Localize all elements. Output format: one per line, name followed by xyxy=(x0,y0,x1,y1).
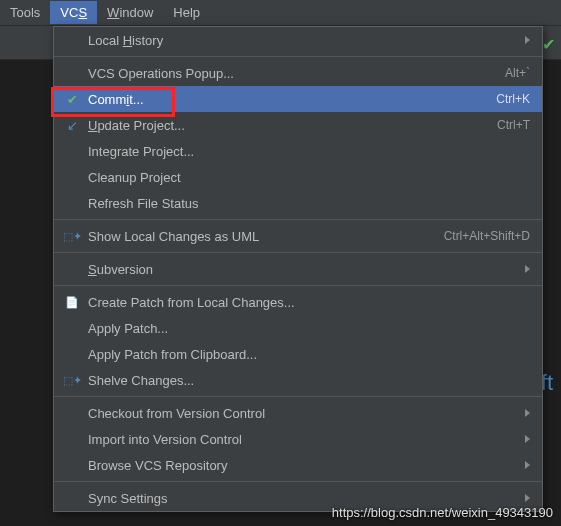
separator xyxy=(54,252,542,253)
menu-checkout-vc[interactable]: Checkout from Version Control xyxy=(54,400,542,426)
separator xyxy=(54,219,542,220)
item-label: Import into Version Control xyxy=(88,432,517,447)
separator xyxy=(54,56,542,57)
menu-integrate-project[interactable]: Integrate Project... xyxy=(54,138,542,164)
commit-icon: ✔ xyxy=(62,91,82,107)
blank-icon xyxy=(62,457,82,473)
menu-cleanup-project[interactable]: Cleanup Project xyxy=(54,164,542,190)
submenu-arrow-icon xyxy=(525,36,530,44)
item-label: Checkout from Version Control xyxy=(88,406,517,421)
separator xyxy=(54,396,542,397)
menu-label: Tools xyxy=(10,5,40,20)
shortcut-label: Ctrl+Alt+Shift+D xyxy=(444,229,530,243)
item-label: Show Local Changes as UML xyxy=(88,229,444,244)
blank-icon xyxy=(62,490,82,506)
menu-subversion[interactable]: Subversion xyxy=(54,256,542,282)
item-label: VCS Operations Popup... xyxy=(88,66,505,81)
menu-import-vc[interactable]: Import into Version Control xyxy=(54,426,542,452)
menu-commit[interactable]: ✔ Commit... Ctrl+K xyxy=(54,86,542,112)
submenu-arrow-icon xyxy=(525,409,530,417)
blank-icon xyxy=(62,169,82,185)
item-label: Apply Patch from Clipboard... xyxy=(88,347,530,362)
shelve-icon: ⬚✦ xyxy=(62,372,82,388)
menu-browse-vcs-repo[interactable]: Browse VCS Repository xyxy=(54,452,542,478)
item-label: Sync Settings xyxy=(88,491,517,506)
shortcut-label: Ctrl+T xyxy=(497,118,530,132)
menu-apply-patch-clipboard[interactable]: Apply Patch from Clipboard... xyxy=(54,341,542,367)
item-label: Browse VCS Repository xyxy=(88,458,517,473)
blank-icon xyxy=(62,405,82,421)
blank-icon xyxy=(62,346,82,362)
menu-refresh-file-status[interactable]: Refresh File Status xyxy=(54,190,542,216)
menu-label: Window xyxy=(107,5,153,20)
menu-label: VCS xyxy=(60,5,87,20)
blank-icon xyxy=(62,143,82,159)
blank-icon xyxy=(62,431,82,447)
submenu-arrow-icon xyxy=(525,265,530,273)
blank-icon xyxy=(62,320,82,336)
vcs-status-icon: ✔ xyxy=(542,35,555,54)
item-label: Commit... xyxy=(88,92,496,107)
item-label: Cleanup Project xyxy=(88,170,530,185)
vcs-dropdown: Local History VCS Operations Popup... Al… xyxy=(53,26,543,512)
blank-icon xyxy=(62,195,82,211)
menu-apply-patch[interactable]: Apply Patch... xyxy=(54,315,542,341)
item-label: Local History xyxy=(88,33,517,48)
menu-window[interactable]: Window xyxy=(97,1,163,24)
item-label: Refresh File Status xyxy=(88,196,530,211)
submenu-arrow-icon xyxy=(525,435,530,443)
item-label: Integrate Project... xyxy=(88,144,530,159)
menu-update-project[interactable]: ↙ Update Project... Ctrl+T xyxy=(54,112,542,138)
update-icon: ↙ xyxy=(62,117,82,133)
patch-icon: 📄 xyxy=(62,294,82,310)
blank-icon xyxy=(62,65,82,81)
blank-icon xyxy=(62,32,82,48)
submenu-arrow-icon xyxy=(525,494,530,502)
menubar: Tools VCS Window Help xyxy=(0,0,561,26)
item-label: Shelve Changes... xyxy=(88,373,530,388)
separator xyxy=(54,285,542,286)
menu-tools[interactable]: Tools xyxy=(0,1,50,24)
item-label: Update Project... xyxy=(88,118,497,133)
menu-local-history[interactable]: Local History xyxy=(54,27,542,53)
item-label: Create Patch from Local Changes... xyxy=(88,295,530,310)
menu-vcs[interactable]: VCS xyxy=(50,1,97,24)
menu-create-patch[interactable]: 📄 Create Patch from Local Changes... xyxy=(54,289,542,315)
menu-shelve-changes[interactable]: ⬚✦ Shelve Changes... xyxy=(54,367,542,393)
shortcut-label: Ctrl+K xyxy=(496,92,530,106)
item-label: Subversion xyxy=(88,262,517,277)
watermark: https://blog.csdn.net/weixin_49343190 xyxy=(332,505,553,520)
blank-icon xyxy=(62,261,82,277)
menu-show-local-changes-uml[interactable]: ⬚✦ Show Local Changes as UML Ctrl+Alt+Sh… xyxy=(54,223,542,249)
shortcut-label: Alt+` xyxy=(505,66,530,80)
uml-icon: ⬚✦ xyxy=(62,228,82,244)
separator xyxy=(54,481,542,482)
menu-vcs-operations-popup[interactable]: VCS Operations Popup... Alt+` xyxy=(54,60,542,86)
submenu-arrow-icon xyxy=(525,461,530,469)
menu-help[interactable]: Help xyxy=(163,1,210,24)
item-label: Apply Patch... xyxy=(88,321,530,336)
menu-label: Help xyxy=(173,5,200,20)
